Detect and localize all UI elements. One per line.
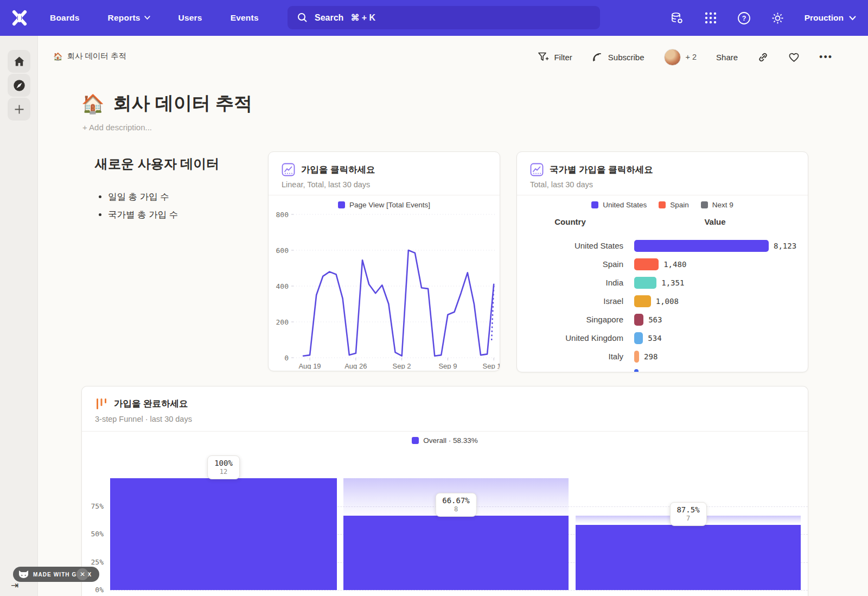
- favorite-button[interactable]: [788, 52, 800, 62]
- sidebar-home-button[interactable]: [8, 50, 30, 73]
- bar-row-bar[interactable]: [634, 332, 643, 344]
- funnel-count: 7: [676, 515, 699, 522]
- search-shortcut: ⌘ + K: [350, 12, 375, 23]
- collaborators-count: + 2: [686, 53, 697, 61]
- table-row[interactable]: Singapore563: [517, 314, 808, 327]
- bar-row-bar[interactable]: [634, 351, 639, 363]
- filter-icon: [538, 52, 549, 62]
- sidebar-add-button[interactable]: [8, 98, 30, 121]
- bar-row-bar[interactable]: [634, 295, 651, 307]
- settings-icon[interactable]: [771, 11, 785, 25]
- legend-label: United States: [603, 201, 647, 209]
- funnel-axis-label: 0%: [82, 586, 104, 594]
- sidebar-discover-button[interactable]: [8, 74, 30, 97]
- data-settings-icon[interactable]: [670, 11, 684, 25]
- subscribe-label: Subscribe: [608, 53, 644, 62]
- nav-item-events[interactable]: Events: [231, 13, 259, 23]
- bar-row-country: United States: [517, 241, 623, 250]
- fox-icon: [18, 570, 29, 579]
- funnel-bar[interactable]: [343, 516, 569, 590]
- text-bullet: 일일 총 가입 수: [108, 191, 263, 203]
- insights-chart-icon: [282, 163, 295, 176]
- bar-row-bar[interactable]: [634, 277, 656, 289]
- page-title: 🏠 회사 데이터 추적: [81, 91, 252, 116]
- nav-item-users[interactable]: Users: [178, 13, 202, 23]
- filter-button[interactable]: Filter: [538, 52, 572, 62]
- bar-row-value: 1,480: [663, 260, 686, 269]
- link-icon: [757, 52, 769, 63]
- legend-item[interactable]: Spain: [659, 201, 689, 209]
- table-row[interactable]: United States8,123: [517, 240, 808, 253]
- bar-row-value: 8,123: [774, 242, 796, 250]
- funnel-count: 8: [442, 505, 470, 513]
- table-row[interactable]: Italy298: [517, 351, 808, 364]
- funnel-conversion-pct: 100%: [214, 459, 233, 467]
- subscribe-button[interactable]: Subscribe: [592, 52, 644, 62]
- bar-row-bar[interactable]: [634, 258, 659, 270]
- legend-label: Next 9: [712, 201, 733, 209]
- text-bullet: 국가별 총 가입 수: [108, 209, 263, 221]
- svg-text:Aug 26: Aug 26: [344, 362, 367, 369]
- funnel-tooltip: 87.5%7: [669, 502, 706, 526]
- bar-chart-subtitle: Total, last 30 days: [530, 180, 593, 189]
- filter-label: Filter: [554, 53, 572, 62]
- bar-row-bar[interactable]: [634, 369, 639, 372]
- funnel-bar[interactable]: [110, 478, 337, 590]
- top-navbar: BoardsReportsUsersEvents Search ⌘ + K ?: [0, 0, 868, 36]
- apps-grid-icon[interactable]: [704, 11, 718, 25]
- page-title-emoji: 🏠: [81, 93, 104, 115]
- share-button[interactable]: Share: [716, 53, 738, 62]
- line-chart-title[interactable]: 가입을 클릭하세요: [301, 164, 375, 176]
- nav-item-reports[interactable]: Reports: [108, 13, 150, 23]
- svg-text:Aug 19: Aug 19: [298, 362, 321, 369]
- more-menu-button[interactable]: •••: [819, 54, 833, 60]
- svg-text:?: ?: [742, 15, 746, 22]
- search-icon: [297, 12, 308, 23]
- svg-text:Sep 2: Sep 2: [393, 362, 411, 369]
- nav-item-boards[interactable]: Boards: [50, 13, 80, 23]
- ellipsis-icon: •••: [819, 54, 833, 60]
- legend-item[interactable]: United States: [591, 201, 647, 209]
- copy-link-button[interactable]: [757, 52, 769, 63]
- collaborators[interactable]: + 2: [664, 49, 697, 66]
- help-icon[interactable]: ?: [737, 11, 751, 25]
- legend-item[interactable]: Next 9: [701, 201, 733, 209]
- collapse-sidebar-icon[interactable]: ⇥: [11, 580, 18, 591]
- add-description-button[interactable]: + Add description...: [82, 123, 152, 132]
- bar-row-country: Italy: [517, 352, 623, 361]
- bar-chart-title[interactable]: 국가별 가입을 클릭하세요: [550, 164, 653, 176]
- funnel-gridline: [110, 590, 808, 591]
- bar-row-country: India: [517, 278, 623, 287]
- breadcrumb[interactable]: 🏠 회사 데이터 추적: [53, 51, 126, 61]
- table-row[interactable]: [517, 369, 808, 372]
- funnel-bar[interactable]: [576, 525, 801, 590]
- board-emoji: 🏠: [53, 52, 62, 61]
- funnel-plot[interactable]: 75%50%25%0%100%1266.67%887.5%7: [82, 386, 808, 596]
- table-row[interactable]: India1,351: [517, 277, 808, 290]
- bar-row-bar[interactable]: [634, 240, 769, 252]
- table-row[interactable]: Israel1,008: [517, 295, 808, 308]
- text-widget: 새로운 사용자 데이터 일일 총 가입 수국가별 총 가입 수: [95, 155, 263, 227]
- chevron-down-icon: [144, 16, 150, 20]
- mixpanel-logo-icon[interactable]: [10, 8, 29, 28]
- search-input[interactable]: Search ⌘ + K: [288, 6, 600, 29]
- funnel-axis-label: 75%: [82, 502, 104, 510]
- bar-row-bar[interactable]: [634, 314, 643, 326]
- bar-row-country: Spain: [517, 259, 623, 269]
- table-row[interactable]: United Kingdom534: [517, 332, 808, 345]
- line-chart-plot[interactable]: 0200400600800Aug 19Aug 26Sep 2Sep 9Sep 1…: [269, 206, 500, 369]
- primary-nav: BoardsReportsUsersEvents: [50, 0, 259, 36]
- gifox-close-icon[interactable]: ✕: [76, 568, 88, 580]
- project-switcher[interactable]: Prouction: [805, 13, 856, 23]
- text-widget-bullets: 일일 총 가입 수국가별 총 가입 수: [108, 191, 263, 221]
- rss-icon: [592, 52, 603, 62]
- legend-label: Spain: [670, 201, 689, 209]
- funnel-tooltip: 66.67%8: [435, 493, 477, 517]
- svg-text:400: 400: [276, 282, 289, 290]
- svg-text:800: 800: [276, 211, 289, 219]
- bar-chart-card: 국가별 가입을 클릭하세요 Total, last 30 days United…: [516, 151, 808, 372]
- svg-text:0: 0: [284, 354, 289, 362]
- bar-row-country: Singapore: [517, 315, 623, 324]
- share-label: Share: [716, 53, 738, 62]
- table-row[interactable]: Spain1,480: [517, 258, 808, 271]
